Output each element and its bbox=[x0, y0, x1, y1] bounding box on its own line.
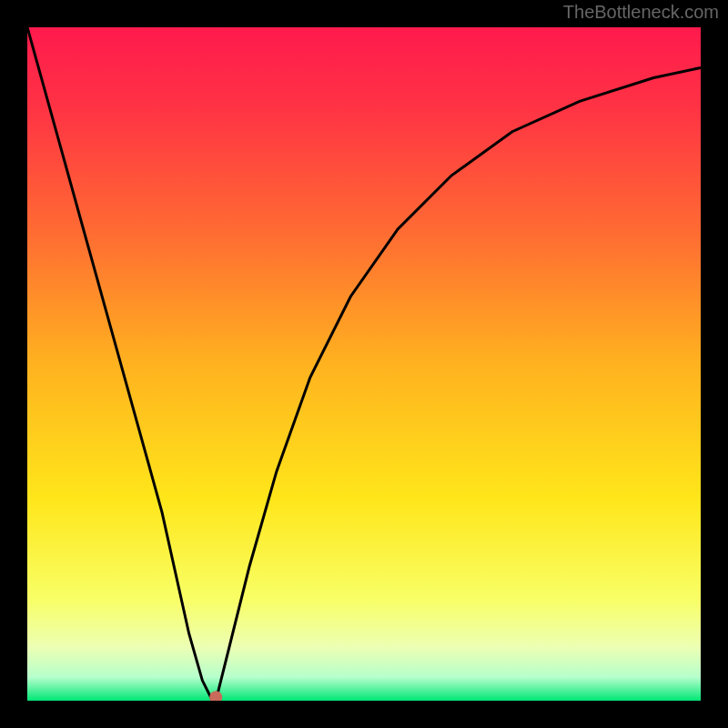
plot-area bbox=[27, 27, 701, 701]
gradient-background bbox=[27, 27, 701, 701]
chart-outer-frame: TheBottleneck.com bbox=[0, 0, 728, 728]
plot-svg bbox=[27, 27, 701, 701]
watermark-text: TheBottleneck.com bbox=[563, 2, 719, 23]
